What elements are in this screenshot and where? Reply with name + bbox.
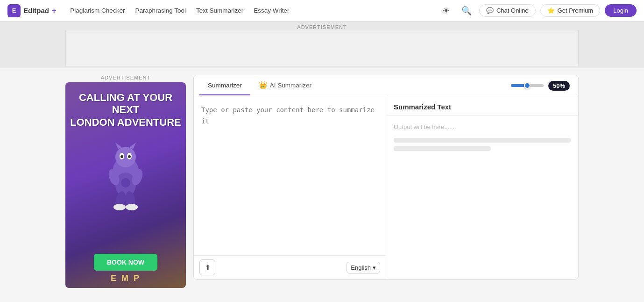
tabs-row: Summarizer 👑 AI Summarizer 50% bbox=[194, 75, 578, 96]
main-nav: Plagiarism Checker Paraphrasing Tool Tex… bbox=[70, 7, 429, 14]
output-title: Summarized Text bbox=[386, 96, 578, 116]
left-ad-footer: E M P bbox=[111, 273, 141, 283]
output-skeleton bbox=[394, 138, 571, 151]
login-label: Login bbox=[613, 7, 628, 14]
language-label: English bbox=[351, 264, 371, 271]
svg-point-1 bbox=[115, 147, 136, 167]
top-ad-label: ADVERTISEMENT bbox=[0, 24, 644, 30]
theme-toggle-button[interactable]: ☀ bbox=[438, 3, 454, 19]
input-footer: ⬆ English ▾ bbox=[194, 255, 386, 279]
content-input[interactable] bbox=[194, 96, 386, 255]
svg-point-15 bbox=[121, 178, 130, 187]
login-button[interactable]: Login bbox=[605, 4, 637, 17]
chat-online-button[interactable]: 💬 Chat Online bbox=[479, 4, 536, 17]
svg-point-13 bbox=[113, 204, 126, 210]
search-icon: 🔍 bbox=[461, 6, 472, 16]
left-ad-label: ADVERTISEMENT bbox=[65, 75, 186, 80]
svg-point-14 bbox=[126, 204, 138, 210]
percent-badge: 50% bbox=[548, 81, 570, 91]
logo-plus: + bbox=[52, 7, 56, 15]
input-panel: ⬆ English ▾ bbox=[194, 96, 386, 279]
header-actions: ☀ 🔍 💬 Chat Online ⭐ Get Premium Login bbox=[438, 3, 637, 19]
search-button[interactable]: 🔍 bbox=[459, 3, 474, 19]
output-panel: Summarized Text Output will be here.....… bbox=[386, 96, 578, 279]
upload-icon: ⬆ bbox=[205, 263, 211, 272]
get-premium-button[interactable]: ⭐ Get Premium bbox=[540, 4, 601, 17]
ai-crown-icon: 👑 bbox=[259, 81, 268, 89]
tool-body: ⬆ English ▾ Summarized Text Output will … bbox=[194, 96, 578, 279]
tab-summarizer[interactable]: Summarizer bbox=[199, 76, 250, 95]
main-content: ADVERTISEMENT CALLING AT YOUR NEXT LONDO… bbox=[0, 68, 644, 295]
summary-length-slider-area: 50% bbox=[511, 81, 573, 91]
skeleton-line-2 bbox=[394, 146, 491, 151]
chat-icon: 💬 bbox=[486, 7, 494, 14]
left-ad-cta-button[interactable]: BOOK NOW bbox=[94, 254, 157, 271]
chevron-down-icon: ▾ bbox=[373, 264, 376, 271]
top-ad-banner: ADVERTISEMENT bbox=[0, 22, 644, 68]
output-placeholder: Output will be here....... bbox=[394, 123, 456, 130]
premium-label: Get Premium bbox=[558, 7, 594, 14]
premium-icon: ⭐ bbox=[547, 7, 555, 14]
left-ad-mascot bbox=[98, 136, 154, 211]
logo: E Editpad + bbox=[7, 4, 56, 17]
output-content: Output will be here....... bbox=[386, 116, 578, 279]
left-ad-image: CALLING AT YOUR NEXT LONDON ADVENTURE bbox=[65, 82, 186, 288]
skeleton-line-1 bbox=[394, 138, 571, 143]
upload-button[interactable]: ⬆ bbox=[199, 259, 215, 275]
logo-icon: E bbox=[7, 4, 21, 17]
tab-ai-summarizer[interactable]: 👑 AI Summarizer bbox=[250, 75, 320, 96]
summarizer-tool: Summarizer 👑 AI Summarizer 50% bbox=[193, 75, 579, 280]
nav-paraphrasing-tool[interactable]: Paraphrasing Tool bbox=[135, 7, 186, 14]
nav-plagiarism-checker[interactable]: Plagiarism Checker bbox=[70, 7, 125, 14]
svg-point-5 bbox=[128, 155, 131, 158]
left-ad-title: CALLING AT YOUR NEXT LONDON ADVENTURE bbox=[70, 92, 181, 129]
svg-point-4 bbox=[120, 155, 123, 158]
nav-essay-writer[interactable]: Essay Writer bbox=[254, 7, 289, 14]
left-advertisement: ADVERTISEMENT CALLING AT YOUR NEXT LONDO… bbox=[65, 75, 186, 288]
language-selector[interactable]: English ▾ bbox=[347, 262, 380, 273]
nav-text-summarizer[interactable]: Text Summarizer bbox=[196, 7, 243, 14]
theme-icon: ☀ bbox=[442, 6, 450, 16]
header: E Editpad + Plagiarism Checker Paraphras… bbox=[0, 0, 644, 22]
chat-label: Chat Online bbox=[496, 7, 529, 14]
top-ad-content bbox=[65, 30, 579, 66]
logo-name: Editpad bbox=[23, 7, 49, 14]
